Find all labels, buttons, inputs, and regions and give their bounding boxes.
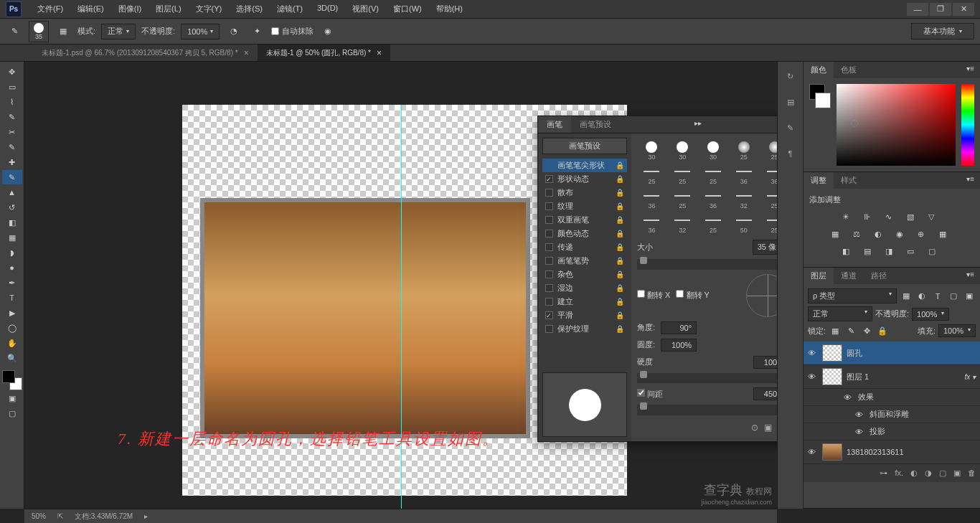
lock-pixel-icon[interactable]: ✎ bbox=[844, 325, 857, 336]
brush-option-item[interactable]: 纹理🔒 bbox=[542, 199, 627, 213]
lock-pos-icon[interactable]: ✥ bbox=[860, 325, 873, 336]
doc-info-menu[interactable]: ▸ bbox=[144, 512, 148, 520]
workspace-switcher[interactable]: 基本功能▾ bbox=[911, 23, 974, 39]
layers-panel-menu[interactable]: ▾≡ bbox=[961, 268, 980, 284]
lock-icon[interactable]: 🔒 bbox=[616, 175, 624, 183]
brush-preset-cell[interactable]: 30 bbox=[668, 139, 697, 162]
hue-icon[interactable]: ▦ bbox=[831, 230, 844, 241]
menu-item[interactable]: 窗口(W) bbox=[386, 4, 429, 14]
roundness-value[interactable]: 100% bbox=[661, 339, 697, 352]
dodge-tool[interactable]: ● bbox=[2, 260, 22, 275]
brush-preset-cell[interactable]: 25 bbox=[760, 188, 777, 211]
lock-all-icon[interactable]: 🔒 bbox=[876, 325, 889, 336]
balance-icon[interactable]: ⚖ bbox=[853, 230, 866, 241]
posterize-icon[interactable]: ▤ bbox=[864, 247, 877, 258]
brush-preset-cell[interactable]: 25 bbox=[760, 139, 777, 162]
move-tool[interactable]: ✥ bbox=[2, 65, 22, 79]
lasso-tool[interactable]: ⌇ bbox=[2, 95, 22, 109]
brush-preset-cell[interactable]: 36 bbox=[637, 188, 666, 211]
layer-item[interactable]: 👁圆孔 bbox=[804, 341, 980, 365]
menu-item[interactable]: 滤镜(T) bbox=[270, 4, 310, 14]
menu-item[interactable]: 图像(I) bbox=[111, 4, 149, 14]
tab-close-icon[interactable]: × bbox=[377, 48, 382, 58]
export-icon[interactable]: ⇱ bbox=[57, 512, 63, 520]
auto-erase-checkbox[interactable]: 自动抹除 bbox=[271, 26, 314, 37]
canvas-area[interactable]: 7. 新建一层命名为圆孔，选择铅笔工具设置如图。 画笔 画笔预设 ▸▸ ▾≡ 画… bbox=[24, 62, 777, 509]
layer-effect-item[interactable]: 👁投影 bbox=[804, 423, 980, 440]
visibility-icon[interactable]: 👁 bbox=[808, 349, 818, 357]
vibrance-icon[interactable]: ▽ bbox=[928, 212, 941, 224]
bw-icon[interactable]: ◐ bbox=[875, 230, 887, 241]
menu-item[interactable]: 选择(S) bbox=[229, 4, 270, 14]
pencil-tool[interactable]: ✎ bbox=[2, 170, 22, 184]
brush-preset-cell[interactable]: 25 bbox=[699, 164, 728, 187]
lock-icon[interactable]: 🔒 bbox=[616, 284, 624, 292]
filter-smart-icon[interactable]: ▣ bbox=[963, 291, 976, 302]
brush-presets-tab[interactable]: 画笔预设 bbox=[571, 116, 620, 133]
mixer-icon[interactable]: ⊕ bbox=[918, 230, 930, 241]
gradient-map-icon[interactable]: ▭ bbox=[907, 247, 920, 258]
menu-item[interactable]: 文字(Y) bbox=[189, 4, 230, 14]
layer-thumbnail[interactable] bbox=[822, 344, 842, 362]
lock-icon[interactable]: 🔒 bbox=[616, 202, 624, 210]
lock-trans-icon[interactable]: ▦ bbox=[829, 325, 842, 336]
visibility-icon[interactable]: 👁 bbox=[808, 448, 818, 456]
styles-tab[interactable]: 样式 bbox=[834, 172, 864, 189]
zoom-level[interactable]: 50% bbox=[32, 512, 46, 520]
levels-icon[interactable]: ⊪ bbox=[864, 212, 877, 224]
pressure-opacity-icon[interactable]: ◔ bbox=[225, 23, 242, 40]
lock-icon[interactable]: 🔒 bbox=[616, 257, 624, 265]
brush-option-item[interactable]: 颜色动态🔒 bbox=[542, 227, 627, 240]
new-brush-icon[interactable]: ▣ bbox=[764, 423, 772, 433]
brush-option-item[interactable]: 传递🔒 bbox=[542, 240, 627, 254]
brush-option-item[interactable]: 湿边🔒 bbox=[542, 281, 627, 295]
brush-option-item[interactable]: 保护纹理🔒 bbox=[542, 322, 627, 336]
filter-type-icon[interactable]: T bbox=[931, 291, 944, 302]
brush-preset-cell[interactable]: 36 bbox=[699, 188, 728, 211]
channels-tab[interactable]: 通道 bbox=[834, 268, 864, 284]
layer-filter-kind[interactable]: ρ 类型▾ bbox=[808, 288, 897, 303]
brush-option-item[interactable]: 建立🔒 bbox=[542, 295, 627, 308]
menu-item[interactable]: 3D(D) bbox=[310, 4, 345, 14]
mode-select[interactable]: 正常▾ bbox=[101, 24, 136, 39]
hardness-value[interactable]: 100% bbox=[753, 356, 777, 369]
tool-preset-icon[interactable]: ✎ bbox=[6, 23, 23, 40]
crop-tool[interactable]: ✂ bbox=[2, 125, 22, 139]
brush-preset-cell[interactable]: 30 bbox=[699, 139, 728, 162]
delete-layer-icon[interactable]: 🗑 bbox=[968, 468, 976, 478]
filter-pixel-icon[interactable]: ▦ bbox=[900, 291, 913, 302]
quick-mask-icon[interactable]: ▣ bbox=[2, 391, 22, 405]
layer-item[interactable]: 👁1381802313611 bbox=[804, 440, 980, 464]
pen-tool[interactable]: ✒ bbox=[2, 275, 22, 290]
layer-fx-icon[interactable]: fx. bbox=[895, 468, 903, 478]
threshold-icon[interactable]: ◨ bbox=[885, 247, 898, 258]
link-layers-icon[interactable]: ⊶ bbox=[880, 468, 887, 478]
brush-preset-cell[interactable]: 50 bbox=[729, 212, 758, 235]
properties-icon[interactable]: ▤ bbox=[782, 93, 799, 110]
layer-effect-item[interactable]: 👁效果 bbox=[804, 389, 980, 406]
layer-item[interactable]: 👁图层 1fx ▾ bbox=[804, 365, 980, 389]
brush-preset-button[interactable]: 画笔预设 bbox=[542, 138, 627, 154]
doc-info[interactable]: 文档:3.43M/6.72M bbox=[75, 512, 133, 522]
brush-option-item[interactable]: 杂色🔒 bbox=[542, 268, 627, 281]
brush-option-item[interactable]: 双重画笔🔒 bbox=[542, 213, 627, 227]
lock-icon[interactable]: 🔒 bbox=[616, 189, 624, 197]
menu-item[interactable]: 帮助(H) bbox=[429, 4, 470, 14]
quick-select-tool[interactable]: ✎ bbox=[2, 110, 22, 124]
zoom-tool[interactable]: 🔍 bbox=[2, 351, 22, 365]
blur-tool[interactable]: ◗ bbox=[2, 245, 22, 260]
marquee-tool[interactable]: ▭ bbox=[2, 80, 22, 94]
blend-mode-select[interactable]: 正常▾ bbox=[808, 306, 872, 321]
exposure-icon[interactable]: ▧ bbox=[907, 212, 920, 224]
flip-x-checkbox[interactable]: 翻转 X bbox=[637, 290, 670, 301]
invert-icon[interactable]: ◧ bbox=[842, 247, 855, 258]
visibility-icon[interactable]: 👁 bbox=[855, 428, 865, 436]
minimize-button[interactable]: — bbox=[907, 3, 928, 16]
color-panel-menu[interactable]: ▾≡ bbox=[961, 62, 980, 78]
pressure-size-icon[interactable]: ◉ bbox=[319, 23, 336, 40]
lock-icon[interactable]: 🔒 bbox=[616, 243, 624, 251]
layer-thumbnail[interactable] bbox=[822, 443, 842, 461]
lock-icon[interactable]: 🔒 bbox=[616, 216, 624, 224]
maximize-button[interactable]: ❐ bbox=[930, 3, 951, 16]
brush-preset-cell[interactable]: 36 bbox=[760, 164, 777, 187]
